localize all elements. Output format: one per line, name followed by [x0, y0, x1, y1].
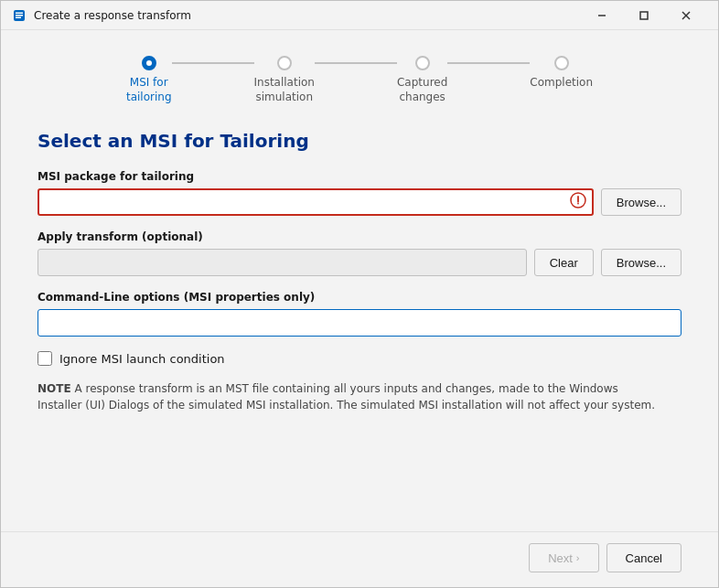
msi-package-input[interactable] — [38, 188, 594, 216]
step-msi-label: MSI fortailoring — [126, 76, 172, 104]
msi-package-input-wrapper — [38, 188, 594, 216]
msi-package-row: Browse... — [38, 188, 681, 216]
section-title: Select an MSI for Tailoring — [38, 130, 681, 152]
ignore-launch-label[interactable]: Ignore MSI launch condition — [59, 352, 225, 366]
apply-transform-input[interactable] — [38, 249, 527, 276]
next-chevron-icon: › — [576, 552, 580, 563]
apply-transform-label: Apply transform (optional) — [38, 230, 681, 243]
connector-2 — [315, 62, 397, 64]
error-icon — [570, 192, 586, 212]
step-captured: Capturedchanges — [397, 56, 447, 104]
step-captured-circle — [415, 56, 430, 70]
step-msi-circle — [142, 56, 156, 70]
checkbox-row: Ignore MSI launch condition — [38, 351, 681, 366]
command-line-input[interactable] — [38, 309, 681, 337]
close-button[interactable] — [665, 1, 707, 30]
svg-rect-1 — [16, 15, 23, 16]
window-controls — [581, 1, 707, 30]
step-completion-circle — [554, 56, 569, 70]
window: Create a response transform MSI fortailo… — [0, 0, 719, 588]
clear-button[interactable]: Clear — [534, 249, 594, 276]
step-msi: MSI fortailoring — [126, 56, 172, 104]
titlebar: Create a response transform — [1, 1, 718, 30]
svg-point-10 — [577, 203, 579, 205]
steps-container: MSI fortailoring Installationsimulation … — [38, 56, 681, 104]
maximize-button[interactable] — [623, 1, 665, 30]
svg-rect-3 — [16, 12, 23, 14]
step-installation: Installationsimulation — [254, 56, 315, 104]
msi-package-browse-button[interactable]: Browse... — [601, 188, 681, 216]
apply-transform-group: Apply transform (optional) Clear Browse.… — [38, 230, 681, 276]
step-captured-label: Capturedchanges — [397, 76, 447, 104]
note-text: NOTE A response transform is an MST file… — [38, 380, 660, 413]
next-button[interactable]: Next › — [529, 543, 598, 572]
step-installation-circle — [277, 56, 292, 70]
next-label: Next — [548, 551, 573, 565]
msi-package-group: MSI package for tailoring Browse... — [38, 170, 681, 216]
step-completion-label: Completion — [530, 76, 593, 91]
command-line-row — [38, 309, 681, 337]
note-body: A response transform is an MST file cont… — [38, 382, 655, 412]
note-keyword: NOTE — [38, 382, 71, 395]
step-installation-label: Installationsimulation — [254, 76, 315, 104]
footer: Next › Cancel — [1, 531, 718, 587]
msi-package-label: MSI package for tailoring — [38, 170, 681, 183]
app-icon — [12, 8, 27, 23]
connector-1 — [172, 62, 254, 64]
apply-transform-browse-button[interactable]: Browse... — [601, 249, 681, 276]
content-area: MSI fortailoring Installationsimulation … — [1, 30, 718, 531]
window-title: Create a response transform — [34, 9, 581, 22]
step-completion: Completion — [530, 56, 593, 91]
minimize-button[interactable] — [581, 1, 623, 30]
apply-transform-row: Clear Browse... — [38, 249, 681, 276]
command-line-label: Command-Line options (MSI properties onl… — [38, 291, 681, 304]
connector-3 — [447, 62, 530, 64]
ignore-launch-checkbox[interactable] — [38, 351, 52, 366]
command-line-group: Command-Line options (MSI properties onl… — [38, 291, 681, 337]
svg-rect-2 — [16, 16, 21, 18]
svg-rect-5 — [640, 12, 648, 19]
cancel-button[interactable]: Cancel — [606, 543, 681, 572]
